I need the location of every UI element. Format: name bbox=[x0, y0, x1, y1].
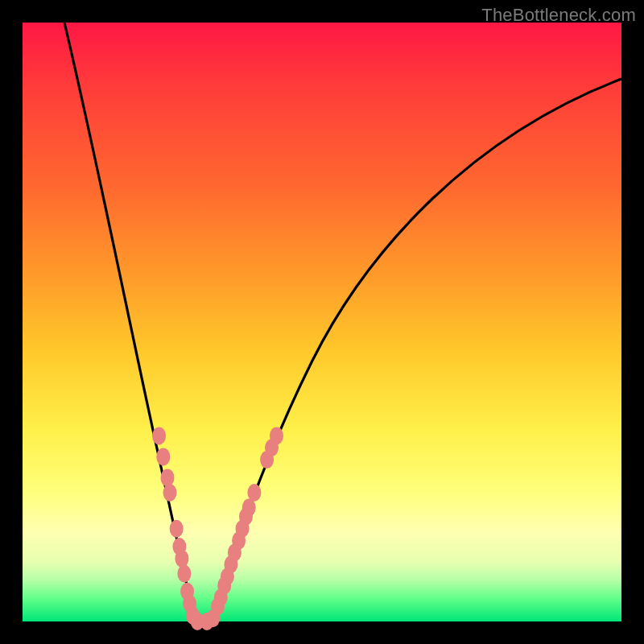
scatter-dot bbox=[177, 565, 191, 583]
curve-right-branch bbox=[211, 79, 621, 621]
bottleneck-curve-svg bbox=[23, 23, 621, 621]
scatter-dot bbox=[156, 448, 170, 465]
scatter-dot bbox=[161, 469, 175, 486]
scatter-dots-group bbox=[152, 427, 283, 630]
scatter-dot bbox=[152, 427, 166, 444]
chart-plot-area bbox=[23, 23, 621, 621]
scatter-dot bbox=[170, 520, 184, 538]
scatter-dot bbox=[270, 427, 283, 444]
scatter-dot bbox=[163, 484, 177, 502]
scatter-dot bbox=[247, 484, 261, 502]
scatter-dot bbox=[175, 550, 188, 568]
